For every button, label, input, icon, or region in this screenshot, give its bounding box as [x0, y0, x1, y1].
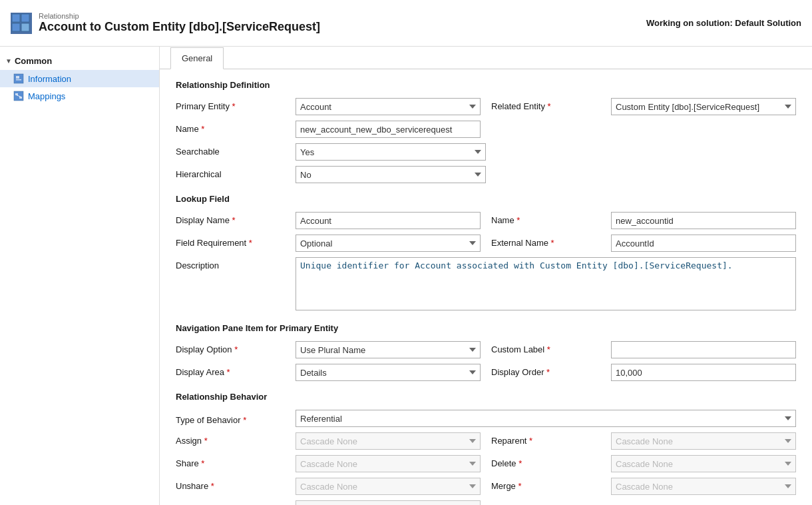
type-behavior-input-wrap: Referential Parental Configurable Cascad…	[296, 410, 796, 427]
form-area: Relationship Definition Primary Entity *…	[160, 69, 812, 505]
svg-rect-8	[15, 93, 18, 95]
primary-entity-input-wrap: Account	[296, 98, 481, 115]
searchable-label: Searchable	[176, 143, 296, 157]
unshare-select[interactable]: Cascade None	[296, 478, 481, 495]
related-entity-select[interactable]: Custom Entity [dbo].[ServiceRequest]	[611, 98, 796, 115]
share-select[interactable]: Cascade None	[296, 455, 481, 472]
working-on-label: Working on solution: Default Solution	[646, 18, 801, 28]
hierarchical-select[interactable]: No Yes	[296, 166, 486, 183]
section-relationship-definition: Relationship Definition	[176, 80, 796, 90]
primary-entity-label: Primary Entity *	[176, 98, 296, 111]
sidebar-item-mappings[interactable]: Mappings	[0, 87, 159, 105]
share-input-wrap: Cascade None	[296, 455, 481, 472]
custom-label-input-wrap	[611, 341, 796, 358]
name-input[interactable]	[296, 121, 481, 138]
display-option-custom-label-row: Display Option * Use Plural Name Use Cus…	[176, 341, 796, 358]
display-area-order-row: Display Area * Details Marketing Sales S…	[176, 364, 796, 381]
reparent-select[interactable]: Cascade None	[611, 432, 796, 450]
searchable-select[interactable]: Yes No	[296, 143, 486, 161]
field-req-external-row: Field Requirement * Optional Business Re…	[176, 235, 796, 252]
custom-label-input[interactable]	[611, 341, 796, 358]
field-req-label: Field Requirement *	[176, 235, 296, 248]
rollup-view-row: Rollup View * Cascade None	[176, 500, 796, 505]
type-behavior-select[interactable]: Referential Parental Configurable Cascad…	[296, 410, 796, 427]
lookup-name-col: Name *	[491, 212, 796, 229]
display-area-select[interactable]: Details Marketing Sales Service	[296, 364, 481, 381]
assign-input-wrap: Cascade None	[296, 432, 481, 450]
unshare-merge-row: Unshare * Cascade None Merge *	[176, 478, 796, 495]
header-subtitle: Relationship	[39, 12, 320, 20]
display-option-select[interactable]: Use Plural Name Use Custom Label Do Not …	[296, 341, 481, 358]
unshare-col: Unshare * Cascade None	[176, 478, 481, 495]
type-behavior-row: Type of Behavior * Referential Parental …	[176, 410, 796, 427]
sidebar-item-information-label: Information	[28, 74, 71, 84]
section-relationship-behavior: Relationship Behavior	[176, 392, 796, 402]
display-name-input[interactable]	[296, 212, 481, 229]
searchable-row: Searchable Yes No	[176, 143, 796, 161]
collapse-arrow-icon: ▼	[5, 57, 12, 65]
custom-label-label: Custom Label *	[491, 341, 611, 354]
main-layout: ▼ Common Information Mappings	[0, 47, 812, 505]
rollup-view-select[interactable]: Cascade None	[296, 500, 481, 505]
related-entity-label: Related Entity *	[491, 98, 611, 111]
name-input-wrap	[296, 121, 481, 138]
svg-rect-1	[12, 23, 20, 31]
assign-select[interactable]: Cascade None	[296, 432, 481, 450]
description-input-wrap: Unique identifier for Account associated…	[296, 257, 796, 312]
svg-rect-6	[16, 79, 21, 81]
sidebar: ▼ Common Information Mappings	[0, 47, 160, 505]
related-entity-input-wrap: Custom Entity [dbo].[ServiceRequest]	[611, 98, 796, 115]
header-left: Relationship Account to Custom Entity [d…	[11, 12, 320, 34]
external-name-input[interactable]	[611, 235, 796, 252]
header-titles: Relationship Account to Custom Entity [d…	[39, 12, 320, 34]
hierarchical-input-wrap: No Yes	[296, 166, 486, 183]
display-option-label: Display Option *	[176, 341, 296, 354]
name-col: Name *	[176, 121, 481, 138]
svg-rect-9	[19, 97, 22, 99]
rollup-view-label: Rollup View *	[176, 500, 296, 505]
app-icon	[11, 13, 32, 34]
external-name-input-wrap	[611, 235, 796, 252]
custom-label-col: Custom Label *	[491, 341, 796, 358]
tab-general[interactable]: General	[170, 47, 224, 69]
share-col: Share * Cascade None	[176, 455, 481, 472]
unshare-label: Unshare *	[176, 478, 296, 491]
searchable-input-wrap: Yes No	[296, 143, 486, 161]
svg-rect-5	[16, 76, 19, 79]
display-option-col: Display Option * Use Plural Name Use Cus…	[176, 341, 481, 358]
display-name-name-row: Display Name * Name *	[176, 212, 796, 229]
svg-rect-2	[21, 14, 29, 22]
share-label: Share *	[176, 455, 296, 468]
sidebar-item-information[interactable]: Information	[0, 70, 159, 87]
type-behavior-col: Type of Behavior * Referential Parental …	[176, 410, 796, 427]
display-order-input[interactable]	[611, 364, 796, 381]
display-name-col: Display Name *	[176, 212, 481, 229]
description-label: Description	[176, 257, 296, 270]
display-order-input-wrap	[611, 364, 796, 381]
merge-select[interactable]: Cascade None	[611, 478, 796, 495]
hierarchical-label: Hierarchical	[176, 166, 296, 179]
searchable-col: Searchable Yes No	[176, 143, 486, 161]
external-name-col: External Name *	[491, 235, 796, 252]
assign-col: Assign * Cascade None	[176, 432, 481, 450]
primary-entity-col: Primary Entity * Account	[176, 98, 481, 115]
description-row: Description Unique identifier for Accoun…	[176, 257, 796, 312]
field-req-input-wrap: Optional Business Required Business Reco…	[296, 235, 481, 252]
display-area-input-wrap: Details Marketing Sales Service	[296, 364, 481, 381]
delete-label: Delete *	[491, 455, 611, 468]
header-title: Account to Custom Entity [dbo].[ServiceR…	[39, 20, 320, 34]
primary-related-entity-row: Primary Entity * Account Related Entity …	[176, 98, 796, 115]
field-req-select[interactable]: Optional Business Required Business Reco…	[296, 235, 481, 252]
sidebar-item-mappings-label: Mappings	[28, 91, 65, 101]
lookup-name-input[interactable]	[611, 212, 796, 229]
reparent-input-wrap: Cascade None	[611, 432, 796, 450]
sidebar-section-common[interactable]: ▼ Common	[0, 52, 159, 70]
primary-entity-select[interactable]: Account	[296, 98, 481, 115]
delete-select[interactable]: Cascade None	[611, 455, 796, 472]
delete-input-wrap: Cascade None	[611, 455, 796, 472]
description-textarea[interactable]: Unique identifier for Account associated…	[296, 257, 796, 310]
mappings-icon	[13, 91, 24, 101]
rollup-view-input-wrap: Cascade None	[296, 500, 481, 505]
display-option-input-wrap: Use Plural Name Use Custom Label Do Not …	[296, 341, 481, 358]
display-name-label: Display Name *	[176, 212, 296, 225]
